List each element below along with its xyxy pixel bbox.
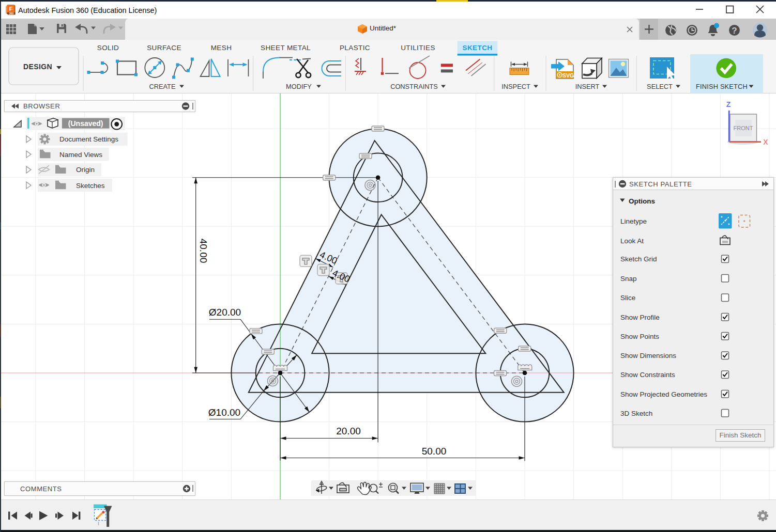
svg-text:40.00: 40.00 xyxy=(198,239,209,263)
svg-text:50.00: 50.00 xyxy=(422,446,447,457)
svg-text:Named Views: Named Views xyxy=(59,151,102,159)
svg-text:3D Sketch: 3D Sketch xyxy=(620,410,652,417)
svg-text:Sketches: Sketches xyxy=(76,182,105,190)
svg-text:SKETCH: SKETCH xyxy=(463,44,493,52)
svg-text:X: X xyxy=(763,138,768,146)
svg-text:SVG: SVG xyxy=(562,72,574,79)
svg-text:Linetype: Linetype xyxy=(620,217,647,225)
svg-text:Slice: Slice xyxy=(620,294,635,302)
svg-text:?: ? xyxy=(732,26,737,36)
svg-text:Show Projected Geometries: Show Projected Geometries xyxy=(620,390,707,398)
svg-text:Show Constraints: Show Constraints xyxy=(620,371,675,379)
svg-text:(Unsaved): (Unsaved) xyxy=(68,119,103,128)
svg-text:Z: Z xyxy=(726,100,731,108)
svg-text:Sketch Grid: Sketch Grid xyxy=(620,255,657,263)
svg-text:Show Dimensions: Show Dimensions xyxy=(620,352,676,359)
svg-text:INSERT: INSERT xyxy=(575,83,600,90)
svg-text:Ø10.00: Ø10.00 xyxy=(208,407,240,418)
svg-text:20.00: 20.00 xyxy=(336,426,361,436)
svg-text:MESH: MESH xyxy=(211,44,232,52)
svg-text:MODIFY: MODIFY xyxy=(286,83,312,90)
svg-text:INSPECT: INSPECT xyxy=(501,83,530,90)
svg-text:FINISH SKETCH: FINISH SKETCH xyxy=(696,83,748,90)
svg-text:PLASTIC: PLASTIC xyxy=(340,44,370,52)
svg-text:CONSTRAINTS: CONSTRAINTS xyxy=(390,83,438,90)
svg-text:Origin: Origin xyxy=(76,166,95,174)
svg-text:360: 360 xyxy=(9,12,14,15)
svg-text:Look At: Look At xyxy=(620,237,644,245)
svg-text:Ø20.00: Ø20.00 xyxy=(209,307,241,318)
svg-text:Show Points: Show Points xyxy=(620,333,659,340)
svg-text:SHEET METAL: SHEET METAL xyxy=(261,44,311,52)
svg-text:F: F xyxy=(9,6,13,12)
svg-text:Snap: Snap xyxy=(620,275,637,283)
svg-text:Options: Options xyxy=(629,197,655,205)
svg-text:SURFACE: SURFACE xyxy=(147,44,181,52)
svg-text:SKETCH PALETTE: SKETCH PALETTE xyxy=(629,180,692,188)
svg-text:Document Settings: Document Settings xyxy=(59,135,118,143)
svg-text:BROWSER: BROWSER xyxy=(23,102,60,110)
svg-text:SELECT: SELECT xyxy=(647,83,673,90)
svg-text:UTILITIES: UTILITIES xyxy=(401,44,435,52)
svg-text:CREATE: CREATE xyxy=(149,83,176,90)
svg-text:Show Profile: Show Profile xyxy=(620,314,660,321)
svg-text:FRONT: FRONT xyxy=(734,125,753,131)
svg-text:DESIGN: DESIGN xyxy=(23,62,52,71)
svg-text:SOLID: SOLID xyxy=(97,44,119,52)
svg-text:COMMENTS: COMMENTS xyxy=(20,485,62,493)
